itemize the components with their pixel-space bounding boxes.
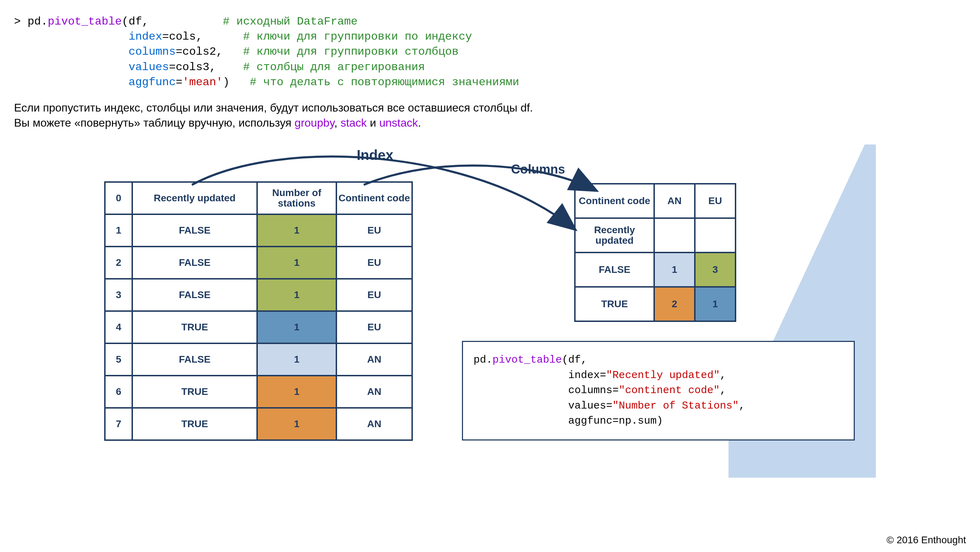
header-continent-code: Continent code — [336, 182, 412, 214]
cell-ru: FALSE — [132, 343, 257, 375]
table-row: 5 FALSE 1 AN — [105, 343, 412, 375]
comment-1: # исходный DataFrame — [223, 15, 357, 28]
table-row: 4 TRUE 1 EU — [105, 311, 412, 343]
kw-aggfunc: aggfunc — [128, 76, 175, 89]
indent — [14, 45, 128, 58]
copyright: © 2016 Enthought — [887, 535, 966, 546]
cell-ru: TRUE — [132, 311, 257, 343]
result-cell-eu: 3 — [695, 253, 735, 287]
result-row: FALSE 1 3 — [575, 253, 735, 287]
cell-ns: 1 — [257, 247, 336, 279]
result-col-an: AN — [654, 184, 695, 218]
cb-l3c: , — [720, 384, 726, 396]
indent — [14, 60, 128, 74]
cell-ns: 1 — [257, 311, 336, 343]
dot: . — [418, 116, 421, 129]
row-index: 4 — [105, 311, 132, 343]
source-table: 0 Recently updated Number of stations Co… — [104, 181, 413, 441]
cell-cc: EU — [336, 247, 412, 279]
row-index: 2 — [105, 247, 132, 279]
comment-5: # что делать с повторяющимися значениями — [250, 76, 519, 89]
cb-l3b: "continent code" — [619, 384, 720, 396]
indent — [14, 76, 128, 89]
cell-cc: EU — [336, 214, 412, 247]
table-row: 3 FALSE 1 EU — [105, 279, 412, 311]
cb-indent — [474, 369, 568, 381]
cb-indent — [474, 415, 568, 427]
table-row: 7 TRUE 1 AN — [105, 408, 412, 440]
cb-l3a: columns= — [568, 384, 619, 396]
cell-cc: EU — [336, 311, 412, 343]
description-paragraph: Если пропустить индекс, столбцы или знач… — [14, 100, 966, 130]
cb-l4a: values= — [568, 400, 612, 412]
cb-l2c: , — [720, 369, 726, 381]
cell-ru: TRUE — [132, 375, 257, 408]
result-cell-an: 2 — [654, 287, 695, 321]
cell-ru: FALSE — [132, 214, 257, 247]
cb-indent — [474, 384, 568, 396]
row-index: 5 — [105, 343, 132, 375]
comment-4: # столбцы для агрегирования — [243, 60, 425, 74]
result-cell-an: 1 — [654, 253, 695, 287]
cell-ns: 1 — [257, 279, 336, 311]
cell-ns: 1 — [257, 343, 336, 375]
cell-ru: TRUE — [132, 408, 257, 440]
table-header-row: 0 Recently updated Number of stations Co… — [105, 182, 412, 214]
code-example-box: pd.pivot_table(df, index="Recently updat… — [462, 341, 855, 441]
cell-cc: AN — [336, 375, 412, 408]
kw-values: values — [128, 60, 169, 74]
cb-l2a: index= — [568, 369, 606, 381]
result-blank — [654, 218, 695, 253]
result-row: TRUE 2 1 — [575, 287, 735, 321]
link-stack: stack — [340, 116, 367, 129]
sep-2: и — [367, 116, 380, 129]
row-index: 7 — [105, 408, 132, 440]
result-col-eu: EU — [695, 184, 735, 218]
cell-ns: 1 — [257, 375, 336, 408]
link-unstack: unstack — [379, 116, 418, 129]
module-name: pd. — [27, 15, 48, 28]
table-row: 6 TRUE 1 AN — [105, 375, 412, 408]
cell-cc: AN — [336, 343, 412, 375]
cb-open: (df, — [562, 354, 587, 366]
paren-open: (df, — [122, 15, 149, 28]
cb-l2b: "Recently updated" — [606, 369, 720, 381]
cb-l4c: , — [739, 400, 745, 412]
eq-values: =cols3, — [169, 60, 216, 74]
cb-prefix: pd. — [474, 354, 492, 366]
label-index: Index — [357, 147, 393, 163]
result-table: Continent code AN EU Recently updated FA… — [574, 183, 736, 322]
sep-1: , — [334, 116, 340, 129]
header-num-stations: Number of stations — [257, 182, 336, 214]
result-header-row-1: Continent code AN EU — [575, 184, 735, 218]
row-index: 3 — [105, 279, 132, 311]
cb-func: pivot_table — [492, 354, 562, 366]
cell-cc: EU — [336, 279, 412, 311]
cb-indent — [474, 400, 568, 412]
kw-columns: columns — [128, 45, 175, 58]
header-zero: 0 — [105, 182, 132, 214]
row-index: 6 — [105, 375, 132, 408]
comment-3: # ключи для группировки столбцов — [243, 45, 459, 58]
cell-ru: FALSE — [132, 279, 257, 311]
function-name: pivot_table — [48, 15, 122, 28]
result-row-label: TRUE — [575, 287, 654, 321]
result-blank — [695, 218, 735, 253]
eq-aggfunc: = — [176, 76, 182, 89]
indent — [14, 30, 128, 43]
cell-ns: 1 — [257, 214, 336, 247]
label-columns: Columns — [511, 162, 565, 177]
result-row-label: FALSE — [575, 253, 654, 287]
cell-cc: AN — [336, 408, 412, 440]
cb-l4b: "Number of Stations" — [612, 400, 739, 412]
table-row: 2 FALSE 1 EU — [105, 247, 412, 279]
diagram: Index Columns 0 Recently updated Number … — [104, 145, 876, 478]
result-header-row-2: Recently updated — [575, 218, 735, 253]
paren-close: ) — [223, 76, 229, 89]
header-recently-updated: Recently updated — [132, 182, 257, 214]
para-line-2a: Вы можете «повернуть» таблицу вручную, и… — [14, 116, 294, 129]
result-row-header-label: Recently updated — [575, 218, 654, 253]
code-signature: > pd.pivot_table(df, # исходный DataFram… — [14, 14, 966, 90]
table-row: 1 FALSE 1 EU — [105, 214, 412, 247]
cell-ru: FALSE — [132, 247, 257, 279]
